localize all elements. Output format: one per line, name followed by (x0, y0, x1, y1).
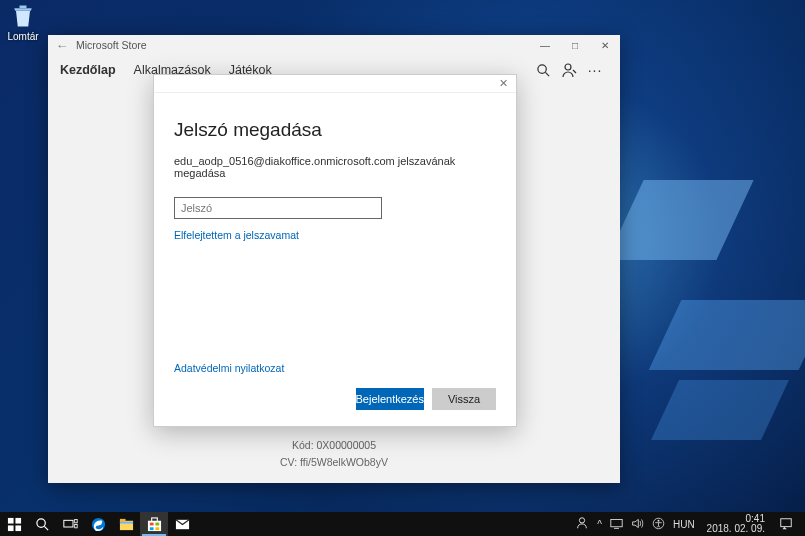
svg-line-9 (44, 526, 48, 530)
dialog-subtitle: edu_aodp_0516@diakoffice.onmicrosoft.com… (174, 155, 496, 179)
signin-dialog: ✕ Jelszó megadása edu_aodp_0516@diakoffi… (153, 74, 517, 427)
tray-chevron-up-icon[interactable]: ^ (597, 519, 602, 530)
svg-rect-18 (151, 517, 157, 521)
svg-rect-21 (149, 527, 153, 530)
language-indicator[interactable]: HUN (673, 519, 695, 530)
taskbar: ^ HUN 0:41 2018. 02. 09. (0, 512, 805, 536)
password-input[interactable] (174, 197, 382, 219)
svg-rect-10 (63, 520, 72, 527)
error-footer: Kód: 0X00000005 CV: ffi/5W8elkWOb8yV (280, 437, 388, 471)
svg-line-2 (545, 72, 549, 76)
account-icon[interactable] (556, 57, 582, 83)
system-tray: ^ HUN 0:41 2018. 02. 09. (569, 514, 801, 535)
svg-point-1 (537, 64, 545, 72)
start-button[interactable] (0, 512, 28, 536)
svg-point-24 (580, 518, 585, 523)
taskbar-app-mail[interactable] (168, 512, 196, 536)
error-code: Kód: 0X00000005 (280, 437, 388, 454)
svg-rect-16 (119, 521, 132, 523)
svg-rect-4 (7, 517, 13, 523)
window-title: Microsoft Store (76, 39, 147, 51)
svg-rect-11 (74, 519, 77, 522)
search-icon[interactable] (530, 57, 556, 83)
desktop-icon-recycle-bin[interactable]: Lomtár (4, 2, 42, 42)
svg-rect-19 (149, 522, 153, 525)
svg-rect-25 (611, 519, 622, 526)
privacy-link[interactable]: Adatvédelmi nyilatkozat (174, 362, 496, 374)
action-center-icon[interactable] (777, 515, 795, 533)
taskbar-app-store[interactable] (140, 512, 168, 536)
svg-rect-6 (7, 525, 13, 531)
dialog-button-row: Bejelentkezés Vissza (174, 388, 496, 418)
dialog-body: Jelszó megadása edu_aodp_0516@diakoffice… (154, 93, 516, 426)
dialog-title: Jelszó megadása (174, 119, 496, 141)
taskbar-clock[interactable]: 0:41 2018. 02. 09. (703, 514, 769, 535)
volume-icon[interactable] (631, 517, 644, 532)
forgot-password-link[interactable]: Elfelejtettem a jelszavamat (174, 229, 496, 241)
window-title-bar: ← Microsoft Store ― □ ✕ (48, 35, 620, 55)
svg-point-28 (657, 519, 659, 521)
svg-rect-15 (119, 518, 125, 521)
svg-rect-22 (155, 527, 159, 530)
minimize-button[interactable]: ― (530, 35, 560, 55)
svg-rect-5 (15, 517, 21, 523)
back-button[interactable]: ← (48, 38, 76, 53)
svg-point-3 (565, 64, 571, 70)
svg-rect-7 (15, 525, 21, 531)
people-icon[interactable] (575, 516, 589, 532)
taskbar-search-icon[interactable] (28, 512, 56, 536)
error-cv: CV: ffi/5W8elkWOb8yV (280, 454, 388, 471)
svg-rect-12 (74, 524, 77, 527)
network-icon[interactable] (610, 517, 623, 532)
svg-rect-20 (155, 522, 159, 525)
svg-rect-29 (781, 519, 792, 527)
ease-of-access-icon[interactable] (652, 517, 665, 532)
task-view-icon[interactable] (56, 512, 84, 536)
svg-point-8 (36, 518, 44, 526)
svg-rect-0 (20, 6, 27, 9)
tab-home[interactable]: Kezdőlap (60, 59, 116, 81)
desktop: Lomtár ← Microsoft Store ― □ ✕ Kezdőlap … (0, 0, 805, 536)
desktop-icon-label: Lomtár (7, 31, 38, 42)
recycle-bin-icon (9, 2, 37, 30)
signin-button[interactable]: Bejelentkezés (356, 388, 425, 410)
maximize-button[interactable]: □ (560, 35, 590, 55)
dialog-close-button[interactable]: ✕ (490, 75, 516, 93)
dialog-title-bar: ✕ (154, 75, 516, 93)
clock-date: 2018. 02. 09. (707, 524, 765, 535)
back-button-dialog[interactable]: Vissza (432, 388, 496, 410)
taskbar-app-edge[interactable] (84, 512, 112, 536)
more-icon[interactable]: ··· (582, 57, 608, 83)
close-window-button[interactable]: ✕ (590, 35, 620, 55)
taskbar-app-explorer[interactable] (112, 512, 140, 536)
